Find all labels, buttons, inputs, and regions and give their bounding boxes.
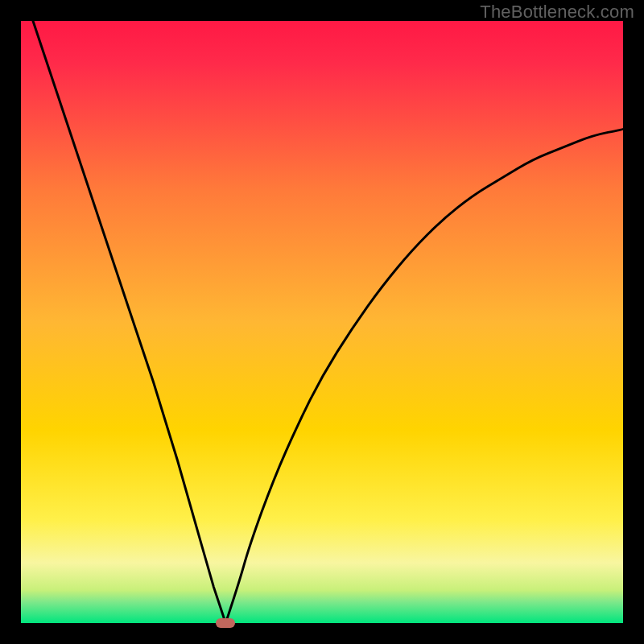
chart-frame: TheBottleneck.com bbox=[0, 0, 644, 644]
watermark-text: TheBottleneck.com bbox=[480, 2, 634, 23]
optimal-point-marker bbox=[216, 618, 235, 628]
bottleneck-curve bbox=[21, 21, 623, 623]
plot-area bbox=[21, 21, 623, 623]
